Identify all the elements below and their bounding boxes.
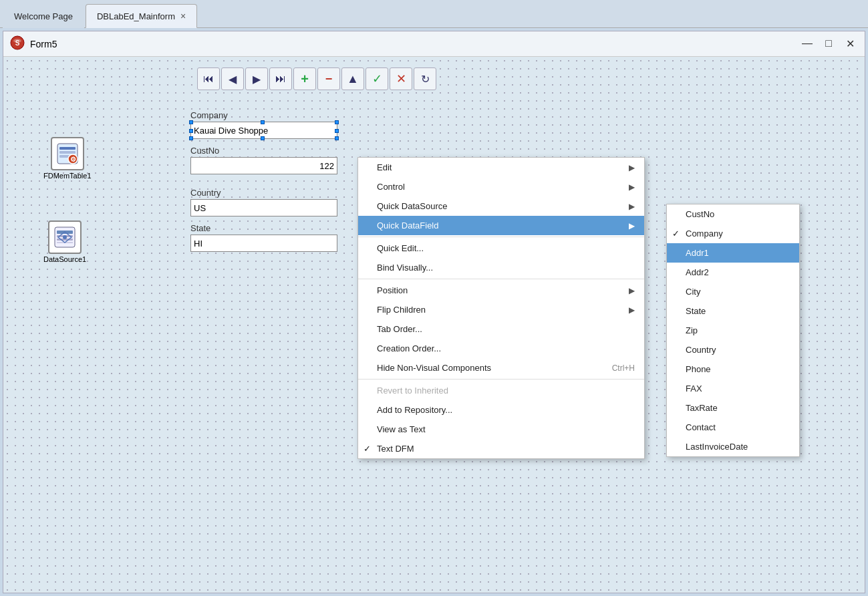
tab-bar: Welcome Page DBLabEd_Mainform × [0,0,868,28]
handle-tl [189,120,193,124]
submenu-country[interactable]: Country [667,340,799,359]
submenu-lastinvoicedate[interactable]: LastInvoiceDate [667,437,799,456]
app-icon: S [10,35,25,52]
delete-record-button[interactable]: − [317,67,340,90]
maximize-button[interactable]: □ [821,37,837,50]
menu-edit-label: Edit [377,162,392,172]
menu-view-text[interactable]: View as Text [358,420,644,439]
submenu-lastinvoicedate-label: LastInvoiceDate [686,442,748,452]
menu-tab-order[interactable]: Tab Order... [358,319,644,339]
submenu-custno[interactable]: CustNo [667,204,799,224]
context-menu: Edit ▶ Control ▶ Quick DataSource ▶ Quic… [357,157,645,459]
hide-nonvisual-shortcut: Ctrl+H [612,363,635,373]
text-dfm-checkmark: ✓ [364,444,371,454]
close-button[interactable]: ✕ [842,37,858,50]
menu-quick-datafield[interactable]: Quick DataField ▶ [358,216,644,235]
submenu-city[interactable]: City [667,282,799,301]
tab-dblabed-label: DBLabEd_Mainform [97,11,175,21]
menu-revert-inherited-label: Revert to Inherited [377,386,448,396]
datasource-component[interactable]: DataSource1 [43,220,86,263]
handle-tr [335,120,339,124]
custno-input[interactable]: 122 [190,157,337,174]
first-record-button[interactable]: ⏮ [197,67,220,90]
menu-hide-nonvisual[interactable]: Hide Non-Visual Components Ctrl+H [358,358,644,378]
tab-close-icon[interactable]: × [180,11,186,21]
window-title: Form5 [30,39,57,49]
menu-quick-edit[interactable]: Quick Edit... [358,239,644,258]
refresh-button[interactable]: ↻ [414,67,436,90]
menu-edit[interactable]: Edit ▶ [358,158,644,177]
submenu-contact-label: Contact [686,422,716,432]
submenu-phone[interactable]: Phone [667,359,799,379]
state-input[interactable]: HI [190,235,337,252]
menu-quick-datafield-label: Quick DataField [377,220,438,231]
submenu-fax[interactable]: FAX [667,379,799,398]
menu-control-label: Control [377,182,405,192]
cancel-button[interactable]: ✕ [390,67,412,90]
menu-tab-order-label: Tab Order... [377,324,422,334]
state-value: HI [194,239,202,249]
form-fields: Company Kauai Dive Shoppe CustNo [190,110,337,256]
menu-position[interactable]: Position ▶ [358,281,644,300]
fdmemtable-label: FDMemTable1 [43,172,92,180]
field-group-country: Country US [190,188,337,216]
svg-rect-5 [59,151,76,154]
country-input[interactable]: US [190,199,337,216]
menu-text-dfm[interactable]: ✓ Text DFM [358,439,644,458]
company-input[interactable]: Kauai Dive Shoppe [190,122,337,139]
menu-bind-visually[interactable]: Bind Visually... [358,258,644,277]
next-record-button[interactable]: ▶ [245,67,268,90]
tab-dblabed[interactable]: DBLabEd_Mainform × [86,4,197,28]
submenu-company-label: Company [686,229,723,239]
window-titlebar: S Form5 — □ ✕ [3,31,865,57]
menu-hide-nonvisual-label: Hide Non-Visual Components [377,363,491,373]
submenu-addr2[interactable]: Addr2 [667,263,799,282]
submenu-phone-label: Phone [686,364,711,374]
move-up-button[interactable]: ▲ [341,67,364,90]
submenu-company[interactable]: ✓ Company [667,224,799,243]
handle-br [335,136,339,140]
menu-flip-children-label: Flip Children [377,305,426,315]
menu-quick-datafield-arrow: ▶ [629,221,635,231]
window-area: S Form5 — □ ✕ ⏮ ◀ ▶ ⏭ + − ▲ ✓ ✕ ↻ [3,31,865,593]
menu-quick-datasource-arrow: ▶ [629,202,635,211]
last-record-button[interactable]: ⏭ [269,67,292,90]
submenu-contact[interactable]: Contact [667,418,799,437]
field-group-custno: CustNo 122 [190,146,337,174]
submenu-zip[interactable]: Zip [667,321,799,340]
tab-welcome[interactable]: Welcome Page [3,4,84,28]
company-check: ✓ [672,229,680,239]
submenu-addr1-label: Addr1 [686,248,709,258]
tab-welcome-label: Welcome Page [14,11,73,21]
fdmemtable-component[interactable]: ⚙ FDMemTable1 [43,137,92,180]
submenu-state-label: State [686,306,706,316]
field-group-state: State HI [190,223,337,252]
datasource-icon [48,220,82,254]
menu-creation-order[interactable]: Creation Order... [358,339,644,358]
datasource-label: DataSource1 [43,255,86,263]
add-record-button[interactable]: + [293,67,316,90]
minimize-button[interactable]: — [799,37,815,50]
submenu-addr1[interactable]: Addr1 [667,243,799,263]
submenu-taxrate[interactable]: TaxRate [667,398,799,418]
menu-add-repository[interactable]: Add to Repository... [358,400,644,420]
submenu-taxrate-label: TaxRate [686,403,718,413]
submenu-datafield: CustNo ✓ Company Addr1 Addr2 City State [666,204,800,457]
menu-control[interactable]: Control ▶ [358,177,644,196]
submenu-city-label: City [686,287,700,297]
menu-quick-datasource[interactable]: Quick DataSource ▶ [358,196,644,216]
submenu-country-label: Country [686,345,716,355]
submenu-fax-label: FAX [686,384,702,394]
confirm-button[interactable]: ✓ [366,67,388,90]
menu-revert-inherited: Revert to Inherited [358,381,644,400]
menu-flip-children[interactable]: Flip Children ▶ [358,300,644,319]
menu-creation-order-label: Creation Order... [377,343,441,353]
menu-view-text-label: View as Text [377,424,426,434]
company-label: Company [190,110,337,120]
window-controls: — □ ✕ [799,37,858,50]
design-area[interactable]: ⏮ ◀ ▶ ⏭ + − ▲ ✓ ✕ ↻ ⚙ FDMem [3,57,865,593]
submenu-zip-label: Zip [686,325,698,335]
submenu-state[interactable]: State [667,301,799,321]
prev-record-button[interactable]: ◀ [221,67,244,90]
separator-3 [358,379,644,380]
